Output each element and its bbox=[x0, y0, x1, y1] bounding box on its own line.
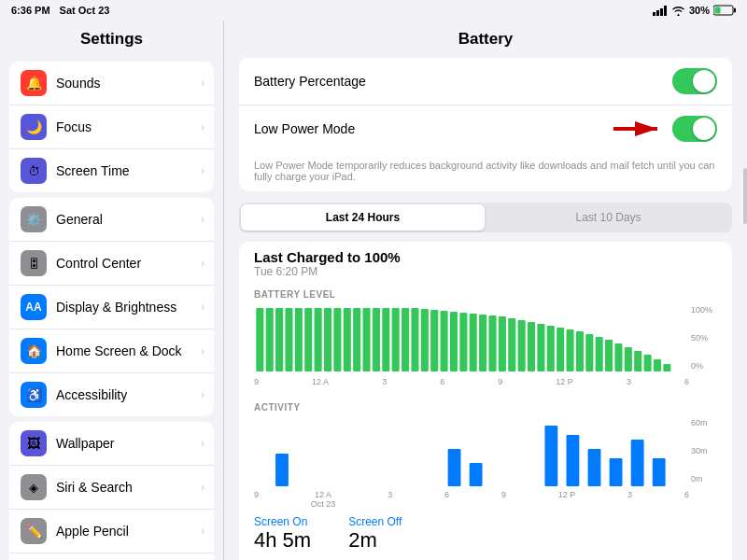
battery-icon bbox=[713, 5, 736, 16]
sidebar-item-siri[interactable]: ◈ Siri & Search › bbox=[9, 466, 214, 510]
svg-rect-18 bbox=[315, 308, 322, 371]
sounds-icon: 🔔 bbox=[21, 70, 47, 96]
svg-rect-59 bbox=[567, 435, 580, 486]
svg-rect-34 bbox=[470, 314, 477, 371]
arrow-annotation-icon bbox=[609, 116, 665, 142]
svg-rect-55 bbox=[275, 454, 289, 486]
y-label-0m: 0m bbox=[691, 474, 717, 483]
general-icon: ⚙️ bbox=[21, 206, 47, 232]
signal-icon bbox=[653, 6, 668, 16]
sidebar-item-accessibility[interactable]: ♿ Accessibility › bbox=[9, 373, 214, 416]
sidebar-item-face-id[interactable]: 👤 Face ID & Passcode › bbox=[9, 553, 214, 560]
svg-rect-30 bbox=[430, 310, 438, 371]
home-screen-label: Home Screen & Dock bbox=[56, 343, 182, 358]
svg-rect-1 bbox=[656, 10, 659, 16]
x-label-3a: 3 bbox=[382, 377, 387, 386]
low-power-mode-row: Low Power Mode bbox=[239, 105, 732, 152]
svg-rect-35 bbox=[479, 315, 486, 371]
home-screen-icon: 🏠 bbox=[21, 338, 47, 364]
y-label-30m: 30m bbox=[691, 446, 717, 455]
scroll-handle[interactable] bbox=[743, 168, 747, 224]
x-label-6p: 6 bbox=[684, 377, 689, 386]
time-display: 6:36 PM bbox=[11, 5, 50, 16]
svg-rect-25 bbox=[382, 308, 389, 371]
svg-rect-22 bbox=[353, 308, 360, 371]
sidebar-item-general[interactable]: ⚙️ General › bbox=[9, 198, 214, 242]
screen-on-label: Screen On bbox=[254, 515, 311, 528]
sidebar-group-2: ⚙️ General › 🎛 Control Center › AA Displ… bbox=[9, 198, 214, 416]
sidebar-item-control-center[interactable]: 🎛 Control Center › bbox=[9, 242, 214, 286]
svg-rect-29 bbox=[421, 309, 429, 371]
x-act-9b: 9 bbox=[501, 490, 506, 509]
svg-rect-36 bbox=[488, 315, 496, 371]
svg-rect-14 bbox=[275, 308, 283, 371]
low-power-mode-toggle[interactable] bbox=[672, 116, 717, 142]
svg-rect-61 bbox=[610, 458, 623, 486]
activity-chart: 60m 30m 0m 9 1 bbox=[254, 416, 717, 500]
y-labels-activity: 60m 30m 0m bbox=[691, 416, 717, 485]
screen-time-chevron: › bbox=[201, 164, 204, 177]
sidebar-group-3: 🖼 Wallpaper › ◈ Siri & Search › ✏️ Apple… bbox=[9, 422, 214, 560]
svg-rect-48 bbox=[605, 340, 613, 371]
wallpaper-chevron: › bbox=[201, 437, 204, 450]
wallpaper-label: Wallpaper bbox=[56, 436, 115, 451]
control-center-icon: 🎛 bbox=[21, 250, 47, 276]
svg-rect-32 bbox=[450, 312, 458, 371]
control-center-label: Control Center bbox=[56, 256, 141, 271]
battery-percentage-row: Battery Percentage bbox=[239, 58, 732, 105]
sidebar-item-focus[interactable]: 🌙 Focus › bbox=[9, 105, 214, 149]
focus-icon: 🌙 bbox=[21, 114, 47, 140]
x-act-12p: 12 P bbox=[558, 490, 576, 509]
sidebar-item-pencil[interactable]: ✏️ Apple Pencil › bbox=[9, 510, 214, 553]
battery-percentage-toggle[interactable] bbox=[672, 68, 717, 94]
battery-level-chart: 100% 50% 0% bbox=[254, 303, 717, 387]
svg-rect-44 bbox=[567, 329, 574, 371]
battery-percentage-label: Battery Percentage bbox=[254, 74, 366, 89]
screen-off-stat: Screen Off 2m bbox=[348, 515, 402, 553]
svg-rect-58 bbox=[544, 426, 557, 486]
sidebar: Settings 🔔 Sounds › 🌙 Focus › ⏱ Screen T… bbox=[0, 0, 224, 560]
svg-rect-26 bbox=[392, 308, 400, 371]
status-time: 6:36 PM Sat Oct 23 bbox=[11, 5, 109, 16]
siri-chevron: › bbox=[201, 481, 204, 494]
battery-pct-status: 30% bbox=[689, 5, 710, 16]
svg-rect-6 bbox=[715, 7, 721, 14]
svg-rect-40 bbox=[528, 322, 535, 371]
svg-rect-39 bbox=[518, 320, 526, 371]
x-labels-battery: 9 12 A 3 6 9 12 P 3 6 bbox=[254, 377, 717, 386]
svg-rect-5 bbox=[734, 8, 736, 13]
tab-10d[interactable]: Last 10 Days bbox=[486, 204, 730, 231]
time-range-tabs: Last 24 Hours Last 10 Days bbox=[239, 203, 732, 232]
svg-rect-37 bbox=[499, 316, 506, 371]
svg-rect-50 bbox=[625, 347, 632, 371]
x-act-3: 3 bbox=[388, 490, 392, 509]
wifi-icon bbox=[671, 6, 685, 16]
siri-icon: ◈ bbox=[21, 474, 47, 500]
main-title: Battery bbox=[224, 21, 747, 58]
accessibility-chevron: › bbox=[201, 388, 204, 401]
sidebar-item-screen-time[interactable]: ⏱ Screen Time › bbox=[9, 149, 214, 192]
x-label-12a: 12 A bbox=[312, 377, 329, 386]
focus-label: Focus bbox=[56, 119, 92, 134]
sidebar-item-sounds[interactable]: 🔔 Sounds › bbox=[9, 62, 214, 105]
general-label: General bbox=[56, 212, 103, 227]
x-label-9a: 9 bbox=[254, 377, 259, 386]
svg-rect-41 bbox=[537, 324, 544, 371]
svg-rect-24 bbox=[373, 308, 380, 371]
svg-rect-33 bbox=[459, 313, 467, 371]
pencil-icon: ✏️ bbox=[21, 518, 47, 544]
svg-rect-0 bbox=[653, 12, 655, 16]
status-icons: 30% bbox=[653, 5, 736, 16]
sidebar-item-home-screen[interactable]: 🏠 Home Screen & Dock › bbox=[9, 329, 214, 373]
tab-24h[interactable]: Last 24 Hours bbox=[241, 204, 485, 231]
svg-rect-51 bbox=[634, 351, 641, 371]
focus-chevron: › bbox=[201, 120, 204, 133]
svg-rect-47 bbox=[596, 337, 603, 371]
sidebar-item-display[interactable]: AA Display & Brightness › bbox=[9, 286, 214, 329]
sidebar-item-wallpaper[interactable]: 🖼 Wallpaper › bbox=[9, 422, 214, 466]
svg-rect-3 bbox=[664, 6, 667, 16]
screen-stats: Screen On 4h 5m Screen Off 2m bbox=[239, 508, 732, 560]
x-act-6p: 6 bbox=[684, 490, 689, 509]
battery-level-section: BATTERY LEVEL 100% 50% 0% bbox=[239, 289, 732, 395]
svg-rect-27 bbox=[402, 308, 409, 371]
